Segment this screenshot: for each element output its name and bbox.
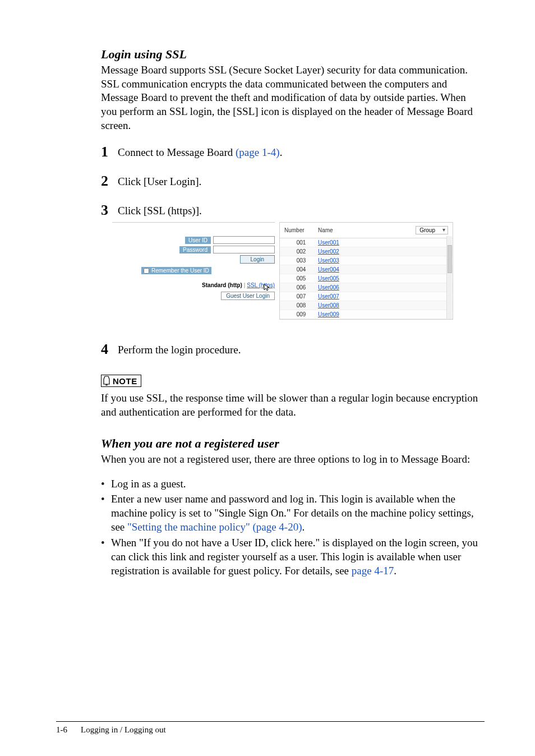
cell-name-link[interactable]: User005 bbox=[318, 275, 374, 282]
separator: | bbox=[244, 282, 246, 288]
step-number-1: 1 bbox=[101, 145, 118, 159]
col-header-name: Name bbox=[318, 227, 374, 233]
link-page-4-17[interactable]: page 4-17 bbox=[352, 565, 394, 577]
table-row: 005User005 bbox=[280, 274, 453, 283]
scrollbar-thumb[interactable] bbox=[448, 245, 452, 273]
login-button[interactable]: Login bbox=[240, 255, 275, 264]
remember-label: Remember the User ID bbox=[151, 268, 209, 274]
step-text-3: Click [SSL (https)]. bbox=[118, 203, 202, 217]
section-para-not-registered: When you are not a registered user, ther… bbox=[101, 453, 479, 467]
table-row: 003User003 bbox=[280, 256, 453, 265]
cell-number: 001 bbox=[284, 239, 318, 246]
user-list-panel: Number Name Group 001User001002User00200… bbox=[279, 222, 453, 320]
cell-number: 009 bbox=[284, 311, 318, 317]
cell-name-link[interactable]: User004 bbox=[318, 266, 374, 273]
table-row: 009User009 bbox=[280, 310, 453, 319]
bullet-1: Log in as a guest. bbox=[111, 477, 485, 491]
note-icon bbox=[103, 376, 110, 386]
link-machine-policy[interactable]: "Setting the machine policy" (page 4-20) bbox=[127, 521, 302, 533]
password-label: Password bbox=[179, 246, 211, 253]
section-para-ssl: Message Board supports SSL (Secure Socke… bbox=[101, 63, 479, 132]
login-screenshot-figure: User ID Password Login Remember the User… bbox=[112, 222, 485, 320]
table-row: 007User007 bbox=[280, 292, 453, 301]
table-row: 004User004 bbox=[280, 265, 453, 274]
footer-title: Logging in / Logging out bbox=[81, 725, 166, 735]
cell-number: 003 bbox=[284, 257, 318, 264]
footer-page-number: 1-6 bbox=[56, 725, 67, 735]
cell-name-link[interactable]: User001 bbox=[318, 239, 374, 246]
table-row: 008User008 bbox=[280, 301, 453, 310]
cell-number: 004 bbox=[284, 266, 318, 273]
step-text-1: Connect to Message Board (page 1-4). bbox=[118, 145, 282, 159]
table-row: 001User001 bbox=[280, 238, 453, 247]
cell-name-link[interactable]: User006 bbox=[318, 284, 374, 291]
page-footer: 1-6 Logging in / Logging out bbox=[56, 721, 485, 735]
cell-number: 008 bbox=[284, 302, 318, 308]
bullet-2: Enter a new user name and password and l… bbox=[111, 492, 485, 534]
table-row: 006User006 bbox=[280, 283, 453, 292]
user-id-input[interactable] bbox=[213, 236, 275, 244]
login-form-panel: User ID Password Login Remember the User… bbox=[112, 222, 275, 320]
bullet-icon: • bbox=[101, 477, 111, 491]
page-ref-1-4[interactable]: (page 1-4) bbox=[236, 146, 280, 158]
col-header-number: Number bbox=[284, 227, 318, 233]
cell-name-link[interactable]: User003 bbox=[318, 257, 374, 264]
ssl-https-link[interactable]: SSL (https) bbox=[247, 282, 275, 288]
section-heading-not-registered: When you are not a registered user bbox=[101, 436, 485, 451]
cursor-icon bbox=[264, 284, 270, 293]
bullet-icon: • bbox=[101, 492, 111, 534]
bullet-icon: • bbox=[101, 536, 111, 578]
section-heading-ssl: Login using SSL bbox=[101, 47, 485, 62]
table-row: 002User002 bbox=[280, 247, 453, 256]
group-dropdown[interactable]: Group bbox=[416, 226, 448, 234]
cell-number: 005 bbox=[284, 275, 318, 282]
cell-number: 006 bbox=[284, 284, 318, 291]
step-number-3: 3 bbox=[101, 203, 118, 218]
note-badge: NOTE bbox=[101, 375, 141, 387]
user-id-label: User ID bbox=[185, 237, 211, 244]
cell-number: 007 bbox=[284, 293, 318, 299]
bullet-3: When "If you do not have a User ID, clic… bbox=[111, 536, 485, 578]
cell-name-link[interactable]: User009 bbox=[318, 311, 374, 317]
cell-name-link[interactable]: User008 bbox=[318, 302, 374, 308]
remember-checkbox[interactable] bbox=[144, 268, 149, 274]
note-text: If you use SSL, the response time will b… bbox=[101, 391, 479, 419]
standard-http-label: Standard (http) bbox=[202, 282, 242, 288]
cell-name-link[interactable]: User007 bbox=[318, 293, 374, 299]
step-number-4: 4 bbox=[101, 342, 118, 357]
step-text-2: Click [User Login]. bbox=[118, 174, 201, 188]
cell-name-link[interactable]: User002 bbox=[318, 248, 374, 255]
cell-number: 002 bbox=[284, 248, 318, 255]
step-text-4: Perform the login procedure. bbox=[118, 342, 241, 356]
step-number-2: 2 bbox=[101, 174, 118, 188]
password-input[interactable] bbox=[213, 246, 275, 253]
